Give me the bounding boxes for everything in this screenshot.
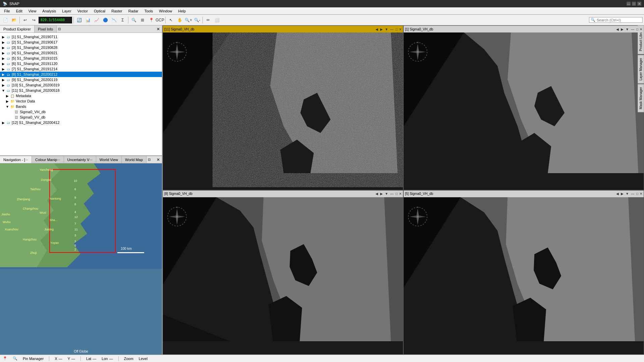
redo-button[interactable]: ↪ <box>30 16 38 24</box>
scatter-button[interactable]: 🔵 <box>101 16 109 24</box>
zoom-in-button[interactable]: 🔍+ <box>184 16 192 24</box>
menu-optical[interactable]: Optical <box>91 8 108 14</box>
search-input[interactable] <box>597 18 637 22</box>
right-tab-layer-manager[interactable]: Layer Manager <box>638 55 644 83</box>
panel-5-next[interactable]: ▶ <box>620 192 624 196</box>
pin-button[interactable]: 📍 <box>147 16 155 24</box>
tree-item-4[interactable]: ▶ 🗂 [4] S1_Shanghai_20190921 <box>0 50 162 56</box>
right-tabs: Product Library Layer Manager Mask Manag… <box>638 25 644 113</box>
grid-button[interactable]: ⊞ <box>138 16 147 24</box>
right-tab-mask-manager[interactable]: Mask Manager <box>638 84 644 112</box>
menu-help[interactable]: Help <box>175 8 188 14</box>
tree-item-vector-data[interactable]: ▶ 📁 Vector Data <box>0 98 162 104</box>
tree-label-sigma-vh: Sigma0_VH_db <box>20 110 46 114</box>
menu-vector[interactable]: Vector <box>75 8 91 14</box>
zoom-button[interactable]: 🔍 <box>130 16 138 24</box>
pin-manager-label[interactable]: Pin Manager <box>23 357 44 361</box>
menu-window[interactable]: Window <box>156 8 175 14</box>
menu-edit[interactable]: Edit <box>13 8 25 14</box>
panel-11-min[interactable]: — <box>390 27 394 31</box>
bottom-panel-close[interactable]: ✕ <box>155 157 162 162</box>
maximize-button[interactable]: □ <box>632 2 636 6</box>
tree-item-sigma-vv[interactable]: 🖼 Sigma0_VV_db <box>0 115 162 120</box>
tree-item-11[interactable]: ▼ 🗂 [11] S1_Shanghai_20200518 <box>0 88 162 93</box>
menu-layer[interactable]: Layer <box>59 8 74 14</box>
panel-5-min[interactable]: — <box>630 192 635 196</box>
refresh-button[interactable]: 🔄 <box>75 16 83 24</box>
menu-tools[interactable]: Tools <box>142 8 156 14</box>
panel-11-prev[interactable]: ◀ <box>375 27 379 31</box>
svg-text:Wuxi: Wuxi <box>40 211 46 214</box>
spectral-button[interactable]: 📈 <box>93 16 101 24</box>
panel-8-max[interactable]: □ <box>395 192 398 196</box>
tab-navigation[interactable]: Navigation - [··· <box>0 156 32 163</box>
panel-8-next[interactable]: ▶ <box>379 192 384 196</box>
panel-11-max[interactable]: □ <box>395 27 398 31</box>
panel-8-close[interactable]: ✕ <box>399 192 402 196</box>
tree-item-2[interactable]: ▶ 🗂 [2] S1_Shanghai_20190617 <box>0 40 162 45</box>
sar-svg-8 <box>163 197 403 355</box>
panel-1-close[interactable]: ✕ <box>640 27 642 31</box>
select-button[interactable]: ↖ <box>167 16 175 24</box>
tab-product-explorer[interactable]: Product Explorer <box>0 25 35 32</box>
tab-colour-manip[interactable]: Colour Manip··· <box>32 156 64 163</box>
panel-8-menu[interactable]: ▼ <box>384 192 389 196</box>
stat-button[interactable]: Σ <box>119 16 127 24</box>
panel-8-min[interactable]: — <box>390 192 394 196</box>
panel-float-button[interactable]: ⊡ <box>57 27 62 31</box>
minimize-button[interactable]: — <box>627 2 631 6</box>
tab-uncertainty[interactable]: Uncertainty V··· <box>64 156 96 163</box>
panel-1-next[interactable]: ▶ <box>620 27 624 31</box>
tree-item-12[interactable]: ▶ 🗂 [12] S1_Shanghai_20200412 <box>0 120 162 125</box>
rect-button[interactable]: ⬜ <box>213 16 221 24</box>
panel-5-menu[interactable]: ▼ <box>625 192 630 196</box>
panel-close-button[interactable]: ✕ <box>155 27 162 31</box>
menu-raster[interactable]: Raster <box>109 8 125 14</box>
lat-label: Lat <box>86 357 91 361</box>
sar-image-8: N <box>163 197 403 355</box>
tree-toggle-11: ▼ <box>1 88 5 92</box>
panel-11-close[interactable]: ✕ <box>399 27 402 31</box>
tree-item-8[interactable]: ▶ 🗂 [8] S1_Shanghai_20200212 <box>0 72 162 77</box>
band-button[interactable]: 📊 <box>84 16 92 24</box>
panel-5-prev[interactable]: ◀ <box>616 192 620 196</box>
draw-button[interactable]: ✏ <box>204 16 212 24</box>
menu-radar[interactable]: Radar <box>126 8 141 14</box>
tree-item-3[interactable]: ▶ 🗂 [3] S1_Shanghai_20190828 <box>0 45 162 50</box>
sar-svg-11 <box>163 32 403 190</box>
panel-11-next[interactable]: ▶ <box>379 27 384 31</box>
tree-item-1[interactable]: ▶ 🗂 [1] S1_Shanghai_20190711 <box>0 34 162 40</box>
zoom-out-button[interactable]: 🔍- <box>193 16 201 24</box>
tree-item-metadata[interactable]: ▶ 📋 Metadata <box>0 93 162 98</box>
product-icon-12: 🗂 <box>6 120 11 125</box>
tree-item-6[interactable]: ▶ 🗂 [6] S1_Shanghai_20191120 <box>0 61 162 66</box>
tab-world-map[interactable]: World Map <box>122 156 147 163</box>
panel-1-min[interactable]: — <box>630 27 635 31</box>
panel-5-close[interactable]: ✕ <box>640 192 642 196</box>
tree-item-sigma-vh[interactable]: 🖼 Sigma0_VH_db <box>0 109 162 115</box>
menu-view[interactable]: View <box>26 8 39 14</box>
panel-1-menu[interactable]: ▼ <box>625 27 630 31</box>
undo-button[interactable]: ↩ <box>21 16 29 24</box>
panel-5-max[interactable]: □ <box>636 192 639 196</box>
panel-1-max[interactable]: □ <box>636 27 639 31</box>
close-button[interactable]: ✕ <box>637 2 641 6</box>
new-button[interactable]: 📄 <box>1 16 9 24</box>
tab-pixel-info[interactable]: Pixel Info <box>35 25 57 32</box>
bottom-panel-float[interactable]: ⊡ <box>147 158 152 161</box>
panel-8-prev[interactable]: ◀ <box>375 192 379 196</box>
tree-item-10[interactable]: ▶ 🗂 [10] S1_Shanghai_20200319 <box>0 82 162 88</box>
histogram-button[interactable]: 📉 <box>110 16 118 24</box>
panel-11-menu[interactable]: ▼ <box>384 27 389 31</box>
tree-item-7[interactable]: ▶ 🗂 [7] S1_Shanghai_20191214 <box>0 66 162 72</box>
tree-item-5[interactable]: ▶ 🗂 [5] S1_Shanghai_20191015 <box>0 56 162 61</box>
gcp-button[interactable]: GCP <box>156 16 164 24</box>
menu-file[interactable]: File <box>1 8 13 14</box>
panel-1-prev[interactable]: ◀ <box>616 27 620 31</box>
tab-world-view[interactable]: World View <box>96 156 122 163</box>
tree-item-9[interactable]: ▶ 🗂 [9] S1_Shanghai_20200119 <box>0 77 162 82</box>
open-button[interactable]: 📂 <box>10 16 18 24</box>
pan-button[interactable]: ✋ <box>176 16 184 24</box>
menu-analysis[interactable]: Analysis <box>40 8 59 14</box>
tree-item-bands[interactable]: ▼ 📁 Bands <box>0 104 162 109</box>
